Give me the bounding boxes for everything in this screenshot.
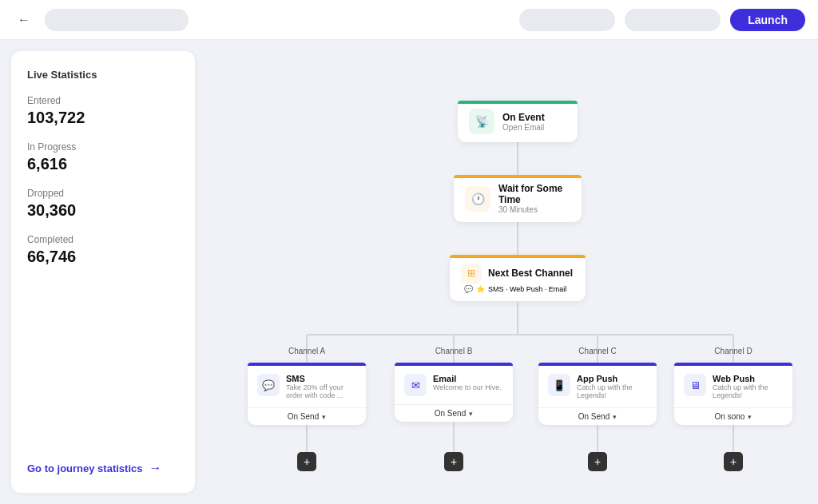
channel-b-on-send[interactable]: On Send ▾ <box>395 404 513 422</box>
main-area: Live Statistics Entered 103,722 In Progr… <box>0 40 818 504</box>
flow-container: 📡 On Event Open Email 🕐 Wait for Some Ti… <box>206 51 807 493</box>
app-push-icon: 📱 <box>548 374 570 396</box>
channel-d-on-send[interactable]: On sono ▾ <box>674 407 792 425</box>
on-event-title: On Event <box>502 112 545 123</box>
stat-completed-label: Completed <box>27 234 179 245</box>
channel-b-label: Channel B <box>395 347 513 355</box>
channel-a-label: Channel A <box>248 347 366 355</box>
channel-d-title: Web Push <box>713 374 783 383</box>
plus-button-c[interactable]: + <box>588 452 607 471</box>
next-best-icon-2: 💬 <box>464 285 473 293</box>
stat-in-progress-label: In Progress <box>27 141 179 153</box>
stat-completed-value: 66,746 <box>27 248 179 266</box>
channel-b-sub: Welcome to our Hive. <box>433 383 502 391</box>
on-event-sub: Open Email <box>502 123 545 132</box>
next-best-title: Next Best Channel <box>488 268 573 279</box>
channel-c-card[interactable]: 📱 App Push Catch up with the Legends! On… <box>538 363 657 425</box>
chevron-down-icon-d: ▾ <box>748 413 752 421</box>
chevron-down-icon-c: ▾ <box>613 413 617 421</box>
channel-a-on-send[interactable]: On Send ▾ <box>248 407 366 425</box>
channel-a-card[interactable]: 💬 SMS Take 20% off your order with code … <box>248 363 366 425</box>
channel-d-label: Channel D <box>674 347 792 355</box>
plus-button-d[interactable]: + <box>724 452 743 471</box>
next-best-node[interactable]: ⊞ Next Best Channel 💬 ⭐ SMS · Web Push ·… <box>450 255 586 301</box>
on-event-icon: 📡 <box>469 109 494 134</box>
wait-icon: 🕐 <box>465 186 490 212</box>
channel-b-title: Email <box>433 374 502 383</box>
arrow-icon: → <box>149 461 161 475</box>
stat-dropped-label: Dropped <box>27 188 179 199</box>
on-event-node[interactable]: 📡 On Event Open Email <box>458 101 578 142</box>
sidebar: Live Statistics Entered 103,722 In Progr… <box>11 51 195 493</box>
channel-a-sub: Take 20% off your order with code ... <box>286 383 356 399</box>
journey-title-pill <box>45 9 189 31</box>
journey-stats-link[interactable]: Go to journey statistics → <box>27 445 179 475</box>
launch-button[interactable]: Launch <box>730 9 805 31</box>
stat-entered-value: 103,722 <box>27 109 179 127</box>
channel-c-on-send[interactable]: On Send ▾ <box>538 407 657 425</box>
next-best-icon-3: ⭐ <box>476 285 485 293</box>
wait-node[interactable]: 🕐 Wait for Some Time 30 Minutes <box>454 175 582 222</box>
stat-dropped-value: 30,360 <box>27 201 179 220</box>
wait-title: Wait for Some Time <box>498 183 570 205</box>
stat-completed: Completed 66,746 <box>27 234 179 266</box>
topbar-pill-2 <box>625 9 721 31</box>
chevron-down-icon-b: ▾ <box>469 410 473 418</box>
plus-button-b[interactable]: + <box>444 452 463 471</box>
channel-c-title: App Push <box>577 374 647 383</box>
channel-a-title: SMS <box>286 374 356 383</box>
stat-entered-label: Entered <box>27 95 179 106</box>
stat-in-progress-value: 6,616 <box>27 155 179 173</box>
next-best-icon: ⊞ <box>461 263 482 284</box>
chevron-down-icon: ▾ <box>322 413 326 421</box>
web-push-icon: 🖥 <box>684 374 706 396</box>
channel-b-card[interactable]: ✉ Email Welcome to our Hive. On Send ▾ <box>395 363 513 422</box>
journey-stats-link-label: Go to journey statistics <box>27 462 142 474</box>
email-icon: ✉ <box>404 374 427 396</box>
channel-c-label: Channel C <box>538 347 657 355</box>
channel-c-sub: Catch up with the Legends! <box>577 383 647 399</box>
wait-sub: 30 Minutes <box>498 205 570 214</box>
flow-canvas: 📡 On Event Open Email 🕐 Wait for Some Ti… <box>195 40 818 504</box>
sidebar-title: Live Statistics <box>27 69 179 81</box>
channel-d-card[interactable]: 🖥 Web Push Catch up with the Legends! On… <box>674 363 792 425</box>
plus-button-a[interactable]: + <box>297 452 316 471</box>
topbar-pill-1 <box>519 9 615 31</box>
sms-icon: 💬 <box>257 374 280 396</box>
next-best-sub: SMS · Web Push · Email <box>488 285 566 293</box>
channel-d-sub: Catch up with the Legends! <box>713 383 783 399</box>
stat-entered: Entered 103,722 <box>27 95 179 127</box>
topbar: ← Launch <box>0 0 818 40</box>
stat-in-progress: In Progress 6,616 <box>27 141 179 173</box>
stat-dropped: Dropped 30,360 <box>27 188 179 220</box>
back-button[interactable]: ← <box>13 9 35 31</box>
